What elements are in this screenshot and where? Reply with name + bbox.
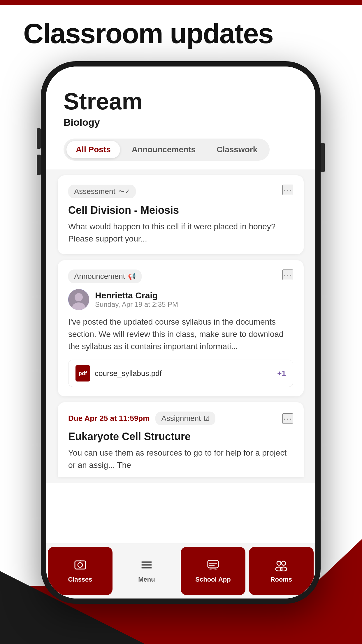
announcement-card: Announcement 📢 ··· — [58, 260, 304, 396]
phone-frame: Stream Biology All Posts Announcements C… — [41, 61, 321, 604]
svg-point-15 — [280, 567, 287, 571]
filter-tabs: All Posts Announcements Classwork — [64, 139, 270, 161]
assessment-card-header: Assessment 〜✓ ··· — [68, 185, 293, 198]
svg-point-13 — [282, 561, 286, 565]
stream-header: Stream Biology All Posts Announcements C… — [46, 66, 315, 169]
assignment-tag: Assignment ☑ — [155, 412, 215, 425]
svg-rect-3 — [75, 561, 85, 569]
assignment-card-header: Due Apr 25 at 11:59pm Assignment ☑ ··· — [68, 412, 293, 425]
bg-top-red — [0, 0, 362, 5]
assignment-icon: ☑ — [204, 415, 210, 422]
bottom-nav: Classes Menu — [46, 543, 315, 598]
nav-rooms[interactable]: Rooms — [249, 547, 314, 595]
announcement-card-body: I've posted the updated course syllabus … — [68, 316, 293, 353]
assessment-label: Assessment — [74, 187, 115, 196]
avatar — [68, 289, 89, 310]
tab-all-posts[interactable]: All Posts — [66, 141, 120, 158]
assessment-tag: Assessment 〜✓ — [68, 185, 136, 198]
stream-subtitle: Biology — [64, 117, 298, 128]
due-tag: Due Apr 25 at 11:59pm — [68, 414, 150, 423]
author-time: Sunday, Apr 19 at 2:35 PM — [95, 300, 178, 309]
assessment-icon: 〜✓ — [118, 187, 130, 196]
announcement-card-header: Announcement 📢 ··· — [68, 270, 293, 283]
pdf-icon: pdf — [75, 365, 90, 382]
attachment-plus: +1 — [271, 369, 286, 378]
volume-up-button — [37, 128, 41, 149]
feed-area: Assessment 〜✓ ··· Cell Division - Meiosi… — [46, 169, 315, 483]
assignment-card: Due Apr 25 at 11:59pm Assignment ☑ ··· E… — [58, 402, 304, 477]
assessment-card-title: Cell Division - Meiosis — [68, 204, 293, 216]
stream-title: Stream — [64, 90, 298, 113]
assignment-card-body: You can use them as resources to go to f… — [68, 447, 293, 471]
author-row: Henrietta Craig Sunday, Apr 19 at 2:35 P… — [68, 289, 293, 310]
author-name: Henrietta Craig — [95, 290, 178, 300]
announcement-icon: 📢 — [128, 273, 136, 280]
volume-down-button — [37, 155, 41, 175]
svg-point-1 — [75, 293, 83, 301]
announcement-label: Announcement — [74, 272, 125, 281]
assessment-more-button[interactable]: ··· — [282, 185, 293, 195]
power-button — [321, 143, 325, 172]
classes-label: Classes — [68, 576, 92, 583]
tab-classwork[interactable]: Classwork — [207, 141, 267, 158]
assessment-card: Assessment 〜✓ ··· Cell Division - Meiosi… — [58, 175, 304, 254]
nav-classes[interactable]: Classes — [48, 547, 113, 595]
attachment-name: course_syllabus.pdf — [95, 369, 266, 378]
classes-icon — [74, 559, 87, 573]
announcement-more-button[interactable]: ··· — [282, 270, 293, 280]
menu-label: Menu — [138, 576, 155, 583]
screen-content: Stream Biology All Posts Announcements C… — [46, 66, 315, 598]
school-app-label: School App — [195, 576, 231, 583]
assignment-card-title: Eukaryote Cell Structure — [68, 430, 293, 443]
school-app-icon — [207, 559, 219, 573]
svg-point-4 — [78, 563, 82, 567]
rooms-label: Rooms — [270, 576, 292, 583]
author-info: Henrietta Craig Sunday, Apr 19 at 2:35 P… — [95, 290, 178, 309]
menu-icon — [140, 559, 153, 573]
nav-menu[interactable]: Menu — [114, 543, 179, 598]
tab-announcements[interactable]: Announcements — [122, 141, 205, 158]
rooms-icon — [275, 559, 288, 573]
svg-rect-9 — [208, 560, 218, 568]
announcement-tag: Announcement 📢 — [68, 270, 142, 283]
assessment-card-body: What would happen to this cell if it wer… — [68, 220, 293, 245]
page-title: Classroom updates — [23, 18, 273, 50]
assignment-more-button[interactable]: ··· — [282, 413, 293, 424]
attachment-row[interactable]: pdf course_syllabus.pdf +1 — [68, 360, 293, 387]
phone-screen: Stream Biology All Posts Announcements C… — [46, 66, 315, 598]
assignment-label: Assignment — [161, 414, 201, 423]
nav-school-app[interactable]: School App — [181, 547, 245, 595]
svg-point-12 — [277, 561, 281, 565]
